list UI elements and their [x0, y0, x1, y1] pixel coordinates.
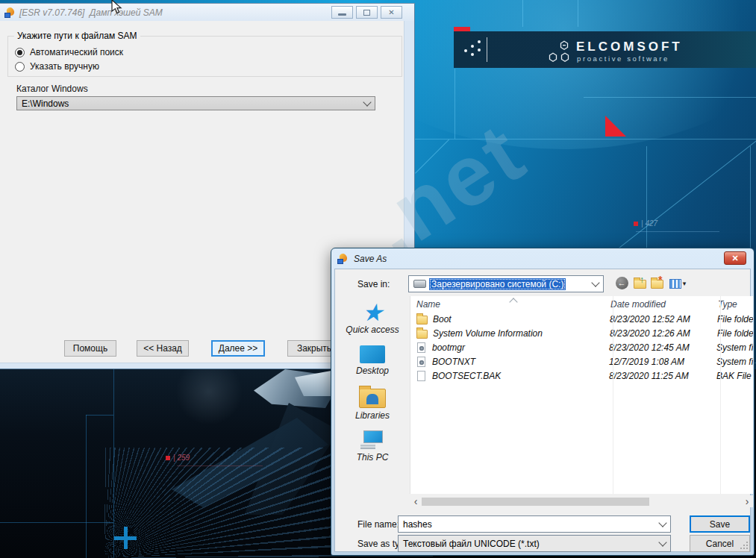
maximize-icon — [363, 10, 370, 16]
marker-line — [177, 465, 263, 466]
brand-tagline: proactive software — [577, 54, 669, 63]
sidebar-label: Libraries — [338, 410, 407, 421]
elcomsoft-hexagon-logo-icon — [543, 39, 574, 67]
minimize-icon — [338, 13, 346, 16]
file-row[interactable]: BOOTNXT12/7/2019 1:08 AMSystem file — [410, 354, 753, 369]
radio-unselected-icon[interactable] — [15, 62, 25, 72]
file-name: BOOTNXT — [432, 357, 609, 367]
column-header-date[interactable]: Date modified — [610, 299, 718, 310]
sidebar-item-quick-access[interactable]: Quick access — [338, 301, 407, 335]
radio-manual[interactable]: Указать вручную — [15, 61, 99, 72]
file-date-modified: 8/23/2020 12:26 AM — [610, 328, 717, 339]
maximize-button[interactable] — [356, 6, 378, 19]
radio-auto-search[interactable]: Автоматический поиск — [15, 47, 123, 57]
quick-access-star-icon — [362, 301, 384, 325]
file-date-modified: 12/7/2019 1:08 AM — [609, 357, 716, 367]
file-list-rows: Boot8/23/2020 12:52 AMFile folderSystem … — [410, 312, 753, 383]
scroll-left-arrow[interactable]: ‹ — [410, 496, 422, 507]
save-as-type-value: Текстовый файл UNICODE (*.txt) — [403, 539, 540, 549]
radio-auto-label: Автоматический поиск — [30, 47, 123, 57]
file-list-panel: Name Date modified Type Boot8/23/2020 12… — [410, 296, 753, 494]
file-row[interactable]: System Volume Information8/23/2020 12:26… — [410, 326, 753, 340]
column-separator — [613, 296, 613, 494]
up-one-level-button[interactable]: ↑ — [632, 278, 647, 291]
close-icon: ✕ — [388, 8, 394, 16]
column-separator — [720, 296, 721, 494]
chevron-down-icon[interactable] — [363, 98, 371, 106]
close-button[interactable]: ✕ — [381, 6, 402, 19]
file-type: System file — [716, 357, 753, 367]
views-menu-button[interactable]: ▾ — [666, 277, 689, 290]
grid-line — [578, 0, 578, 27]
minimize-button[interactable] — [331, 6, 353, 19]
file-icon — [417, 371, 425, 381]
marker-427: | 427 — [634, 219, 657, 228]
views-grid-icon — [669, 279, 681, 289]
go-back-button[interactable]: ← — [614, 276, 629, 289]
libraries-icon — [359, 389, 386, 408]
horizontal-scrollbar[interactable]: ‹ › — [410, 495, 753, 507]
sidebar-item-desktop[interactable]: Desktop — [338, 345, 407, 376]
main-window-title: [ESR v7.07.746] Дамп хэшей SAM — [19, 7, 163, 18]
groupbox-label: Укажите пути к файлам SAM — [14, 31, 140, 41]
radio-selected-icon[interactable] — [15, 48, 25, 57]
help-button[interactable]: Помощь — [64, 340, 116, 357]
up-arrow-icon: ↑ — [640, 275, 644, 285]
file-name-label: File name: — [357, 519, 399, 530]
sidebar-item-this-pc[interactable]: This PC — [338, 430, 407, 463]
resize-grip[interactable] — [740, 542, 748, 549]
file-row[interactable]: bootmgr8/23/2020 12:45 AMSystem file — [410, 340, 753, 354]
folder-icon — [416, 330, 428, 339]
grid-line — [113, 369, 114, 558]
save-in-combobox[interactable]: Зарезервировано системой (C:) — [408, 275, 604, 292]
sysfile-icon — [417, 357, 425, 367]
back-button[interactable]: << Назад — [137, 340, 189, 357]
file-date-modified: 8/23/2020 11:25 AM — [609, 371, 716, 381]
sidebar-label: Quick access — [338, 325, 407, 335]
back-arrow-icon: ← — [616, 277, 628, 289]
file-row[interactable]: BOOTSECT.BAK8/23/2020 11:25 AMBAK File — [410, 369, 753, 383]
sidebar-label: This PC — [338, 452, 407, 463]
file-name-combobox[interactable]: hashes — [398, 515, 671, 533]
windows-dir-combobox[interactable]: E:\Windows — [16, 96, 375, 110]
diagonal-line — [415, 140, 449, 174]
chevron-down-icon[interactable] — [591, 278, 599, 286]
save-as-type-combobox[interactable]: Текстовый файл UNICODE (*.txt) — [398, 535, 671, 552]
sidebar-label: Desktop — [338, 366, 407, 376]
file-type: BAK File — [716, 371, 753, 381]
mouse-cursor — [111, 0, 123, 15]
save-in-label: Save in: — [357, 279, 390, 289]
sysfile-icon — [417, 342, 425, 353]
dialog-close-button[interactable]: ✕ — [724, 251, 746, 265]
file-row[interactable]: Boot8/23/2020 12:52 AMFile folder — [410, 312, 753, 326]
scrollbar-thumb[interactable] — [422, 498, 649, 506]
new-folder-button[interactable]: * — [649, 278, 664, 291]
file-date-modified: 8/23/2020 12:45 AM — [609, 342, 716, 353]
chevron-down-icon[interactable] — [658, 538, 666, 546]
dropdown-arrow-icon: ▾ — [683, 280, 687, 287]
save-button[interactable]: Save — [690, 515, 750, 533]
file-name: BOOTSECT.BAK — [432, 371, 609, 381]
plus-marker-icon — [124, 527, 128, 549]
dialog-body: Save in: Зарезервировано системой (C:) ←… — [334, 269, 751, 552]
app-icon — [337, 254, 348, 264]
dialog-titlebar[interactable]: Save As — [331, 248, 754, 269]
app-icon — [4, 7, 15, 18]
next-button[interactable]: Далее >> — [211, 340, 265, 357]
close-icon: ✕ — [731, 254, 738, 263]
drive-icon — [413, 280, 426, 288]
brand-name: ELCOMSOFT — [576, 40, 683, 54]
folder-icon — [416, 316, 428, 325]
sparkle-icon: * — [658, 274, 662, 286]
marker-259-label: | 259 — [173, 454, 190, 462]
chevron-down-icon[interactable] — [658, 518, 666, 527]
scroll-right-arrow[interactable]: › — [741, 496, 753, 507]
list-header: Name Date modified Type — [410, 296, 753, 312]
desktop-icon — [360, 345, 385, 363]
file-type: File folder — [717, 328, 753, 339]
file-name-value: hashes — [403, 519, 432, 530]
grid-line — [0, 522, 113, 523]
sidebar-item-libraries[interactable]: Libraries — [338, 389, 407, 421]
red-square-icon — [634, 222, 638, 226]
grid-line — [454, 69, 455, 139]
